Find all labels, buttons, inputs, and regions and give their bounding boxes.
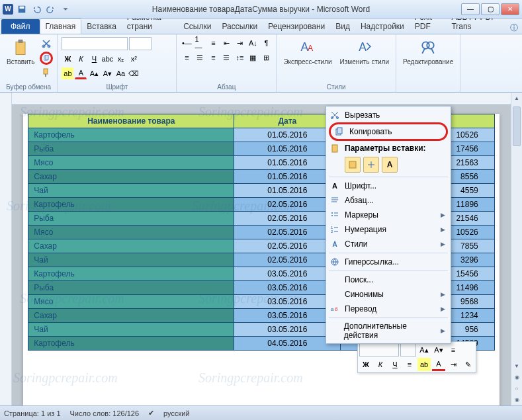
tab-references[interactable]: Ссылки [178,19,216,34]
mini-underline-button[interactable]: Ч [388,358,402,371]
paste-button[interactable]: Вставить [4,37,37,67]
table-cell[interactable]: 04.05.2016 [234,337,341,351]
align-center-button[interactable]: ☰ [194,52,206,63]
tab-review[interactable]: Рецензировани [263,19,330,34]
maximize-button[interactable]: ▢ [481,3,500,15]
sort-button[interactable]: A↓ [247,37,259,49]
table-cell[interactable]: 01.05.2016 [234,184,341,198]
tab-file[interactable]: Файл [1,19,40,34]
table-cell[interactable]: 03.05.2016 [234,323,341,337]
change-styles-button[interactable]: A Изменить стили [337,37,392,67]
table-cell[interactable]: 03.05.2016 [234,309,341,323]
table-cell[interactable]: 03.05.2016 [234,267,341,281]
ctx-cut[interactable]: Вырезать [326,108,451,122]
line-spacing-button[interactable]: ↕≡ [234,52,245,63]
table-cell[interactable]: Мясо [28,295,234,309]
font-size-combo[interactable] [129,37,152,50]
table-cell[interactable]: 02.05.2016 [234,212,341,226]
bold-button[interactable]: Ж [62,53,73,65]
ctx-numbering[interactable]: 12 Нумерация ▶ [326,222,451,237]
table-cell[interactable]: Рыба [28,212,234,226]
shrink-font-button[interactable]: A▾ [101,67,113,79]
mini-bold-button[interactable]: Ж [359,358,372,371]
superscript-button[interactable]: x² [128,53,140,65]
show-marks-button[interactable]: ¶ [260,37,272,49]
table-cell[interactable]: 02.05.2016 [234,198,341,212]
table-cell[interactable]: 02.05.2016 [234,239,341,253]
ctx-copy[interactable]: Копировать [331,124,446,139]
format-painter-button[interactable] [40,66,53,79]
ctx-translate[interactable]: aб Перевод ▶ [326,302,451,316]
col-header-date[interactable]: Дата [234,114,341,128]
qat-dropdown[interactable] [60,3,71,15]
font-color-button[interactable]: A [75,67,87,79]
borders-button[interactable]: ⊞ [260,52,272,63]
mini-size-combo[interactable] [400,343,416,357]
table-cell[interactable]: Мясо [28,226,234,239]
status-page[interactable]: Страница: 1 из 1 [4,409,61,417]
help-icon[interactable]: ⓘ [506,22,522,34]
increase-indent-button[interactable]: ⇥ [234,37,245,49]
ctx-font[interactable]: A Шрифт... [326,179,451,193]
table-cell[interactable]: Картофель [28,198,234,212]
mini-highlight-button[interactable]: ab [417,358,431,371]
mini-indent-button[interactable]: ⇥ [447,358,460,371]
mini-font-color-button[interactable]: A [432,358,445,371]
align-justify-button[interactable]: ☰ [220,52,232,63]
next-page-icon[interactable]: ◉ [511,394,522,405]
table-cell[interactable]: 01.05.2016 [234,128,341,142]
ctx-synonyms[interactable]: Синонимы ▶ [326,287,451,302]
editing-button[interactable]: Редактирование [400,37,456,67]
table-cell[interactable]: Мясо [28,156,234,170]
font-family-combo[interactable] [62,37,128,50]
ctx-bullets[interactable]: Маркеры ▶ [326,208,451,222]
col-header-name[interactable]: Наименование товара [28,114,234,128]
change-case-button[interactable]: Aa [114,67,126,79]
prev-page-icon[interactable]: ◉ [511,372,522,383]
paste-keep-source-button[interactable] [345,157,361,173]
table-cell[interactable]: Чай [28,253,234,267]
status-proofing-icon[interactable]: ✔ [148,409,154,417]
scroll-thumb[interactable] [513,106,521,146]
status-language[interactable]: русский [163,409,189,417]
status-word-count[interactable]: Число слов: 126/126 [70,409,140,417]
grow-font-button[interactable]: A▴ [88,67,100,79]
decrease-indent-button[interactable]: ⇤ [220,37,232,49]
table-cell[interactable]: 01.05.2016 [234,142,341,156]
browse-object-icon[interactable]: ○ [511,383,522,394]
scroll-down-icon[interactable]: ▼ [511,360,522,372]
ctx-styles[interactable]: A Стили ▶ [326,237,451,251]
qat-save[interactable] [16,3,28,15]
tab-mailings[interactable]: Рассылки [216,19,263,34]
subscript-button[interactable]: x₂ [114,53,126,65]
clear-formatting-button[interactable]: ⌫ [128,67,140,79]
shading-button[interactable]: ▦ [247,52,259,63]
table-cell[interactable]: 03.05.2016 [234,295,341,309]
table-cell[interactable]: Сахар [28,309,234,323]
table-cell[interactable]: Картофель [28,267,234,281]
tab-view[interactable]: Вид [330,19,355,34]
table-cell[interactable]: Рыба [28,142,234,156]
table-cell[interactable]: Чай [28,323,234,337]
scroll-up-icon[interactable]: ▲ [511,93,522,104]
vertical-scrollbar[interactable]: ▲ ▼ ◉ ○ ◉ [511,93,522,405]
mini-format-painter-button[interactable]: ✎ [461,358,474,371]
table-cell[interactable]: Сахар [28,239,234,253]
tab-insert[interactable]: Вставка [81,19,122,34]
table-cell[interactable]: Рыба [28,281,234,295]
ctx-hyperlink[interactable]: Гиперссылка... [326,255,451,269]
cut-button[interactable] [40,37,53,50]
minimize-button[interactable]: — [461,3,480,15]
mini-font-combo[interactable] [359,343,399,357]
ctx-paragraph[interactable]: Абзац... [326,193,451,208]
align-left-button[interactable]: ≡ [181,52,193,63]
strikethrough-button[interactable]: abc [101,53,113,65]
qat-redo[interactable] [45,3,57,15]
table-cell[interactable]: Чай [28,184,234,198]
copy-button[interactable] [40,52,53,65]
table-cell[interactable]: Картофель [28,337,234,351]
mini-grow-font-button[interactable]: A▴ [417,343,431,357]
italic-button[interactable]: К [75,53,87,65]
quick-styles-button[interactable]: AA Экспресс-стили [281,37,334,67]
tab-home[interactable]: Главная [40,19,82,34]
